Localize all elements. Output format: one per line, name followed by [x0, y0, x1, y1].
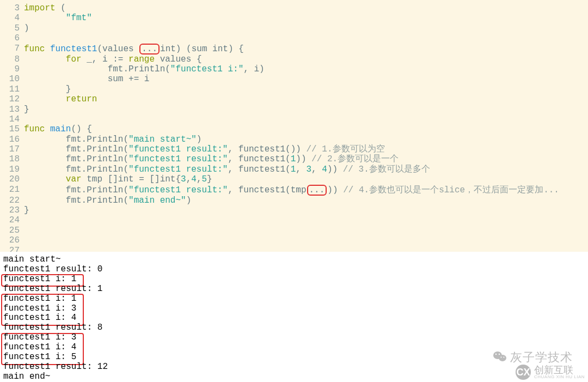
code-line: 26 [0, 235, 588, 245]
output-line: main end~ [3, 372, 585, 382]
code-line: 11 } [0, 84, 588, 94]
code-line: 7func functest1(values ...int) (sum int)… [0, 44, 588, 54]
code-line: 17 fmt.Println("functest1 result:", func… [0, 144, 588, 154]
line-number: 25 [0, 226, 24, 235]
line-number: 4 [0, 13, 24, 23]
code-source: func main() { [24, 124, 92, 134]
wechat-icon [493, 350, 507, 366]
svg-point-3 [499, 354, 500, 355]
code-source: fmt.Println("main end~") [24, 196, 191, 205]
output-line: functest1 i: 4 [3, 313, 585, 323]
code-source: } [24, 205, 29, 215]
code-source: var tmp []int = []int{3,4,5} [24, 174, 212, 184]
output-line: functest1 result: 0 [3, 265, 585, 275]
code-line: 16 fmt.Println("main start~") [0, 135, 588, 144]
line-number: 20 [0, 174, 24, 184]
line-number: 14 [0, 114, 24, 124]
code-line: 22 fmt.Println("main end~") [0, 196, 588, 205]
code-source: fmt.Println("functest1 result:", functes… [24, 185, 559, 196]
line-number: 11 [0, 84, 24, 94]
line-number: 10 [0, 74, 24, 84]
code-source: import ( [24, 3, 66, 13]
output-line: functest1 result: 1 [3, 284, 585, 294]
line-number: 22 [0, 196, 24, 205]
line-number: 18 [0, 154, 24, 164]
code-editor-pane: 3import (4 "fmt"5)67func functest1(value… [0, 0, 588, 252]
brand-name: 创新互联 [534, 365, 573, 375]
code-source: fmt.Println("functest1 result:", functes… [24, 154, 399, 164]
code-line: 8 for _, i := range values { [0, 54, 588, 64]
code-line: 15func main() { [0, 124, 588, 134]
code-source: fmt.Println("functest1 i:", i) [24, 64, 265, 74]
brand-sub: CHUANG XIN HU LIAN [534, 375, 585, 379]
line-number: 12 [0, 94, 24, 104]
output-line: functest1 i: 1 [3, 275, 585, 284]
output-line: functest1 i: 3 [3, 333, 585, 343]
code-source: ) [24, 23, 29, 33]
line-number: 16 [0, 135, 24, 144]
watermark-author-text: 灰子学技术 [510, 350, 573, 364]
code-line: 20 var tmp []int = []int{3,4,5} [0, 174, 588, 184]
highlight-box: ... [307, 185, 327, 196]
line-number: 23 [0, 205, 24, 215]
output-line: functest1 i: 3 [3, 304, 585, 314]
code-line: 5) [0, 23, 588, 33]
code-line: 24 [0, 215, 588, 225]
line-number: 13 [0, 105, 24, 114]
code-source: fmt.Println("functest1 result:", functes… [24, 144, 385, 154]
code-line: 4 "fmt" [0, 13, 588, 23]
code-line: 6 [0, 33, 588, 43]
code-line: 19 fmt.Println("functest1 result:", func… [0, 165, 588, 174]
line-number: 7 [0, 44, 24, 54]
svg-point-2 [495, 354, 497, 355]
line-number: 9 [0, 64, 24, 74]
highlight-box: ... [139, 44, 160, 54]
output-line: main start~ [3, 255, 585, 265]
line-number: 24 [0, 215, 24, 225]
line-number: 8 [0, 54, 24, 64]
terminal-output-pane: main start~functest1 result: 0functest1 … [0, 252, 588, 382]
code-line: 14 [0, 114, 588, 124]
code-source: for _, i := range values { [24, 54, 201, 64]
line-number: 5 [0, 23, 24, 33]
output-line: functest1 result: 8 [3, 323, 585, 333]
code-source: fmt.Println("functest1 result:", functes… [24, 165, 430, 174]
watermark-brand: CX 创新互联 CHUANG XIN HU LIAN [516, 365, 585, 380]
line-number: 21 [0, 185, 24, 196]
code-line: 3import ( [0, 3, 588, 13]
code-source: "fmt" [24, 13, 92, 23]
code-source: } [24, 84, 71, 94]
line-number: 19 [0, 165, 24, 174]
line-number: 26 [0, 235, 24, 245]
svg-point-4 [501, 357, 502, 358]
code-line: 21 fmt.Println("functest1 result:", func… [0, 185, 588, 196]
code-line: 13} [0, 105, 588, 114]
line-number: 6 [0, 33, 24, 43]
code-line: 25 [0, 226, 588, 235]
watermark-author: 灰子学技术 [493, 350, 573, 366]
code-source: return [24, 94, 97, 104]
line-number: 15 [0, 124, 24, 134]
code-line: 12 return [0, 94, 588, 104]
line-number: 3 [0, 3, 24, 13]
code-source: sum += i [24, 74, 149, 84]
code-line: 9 fmt.Println("functest1 i:", i) [0, 64, 588, 74]
code-source: } [24, 105, 29, 114]
brand-logo-icon: CX [516, 365, 531, 380]
svg-point-1 [499, 355, 506, 361]
code-line: 18 fmt.Println("functest1 result:", func… [0, 154, 588, 164]
output-line: functest1 i: 1 [3, 294, 585, 304]
code-source: func functest1(values ...int) (sum int) … [24, 44, 244, 54]
svg-point-5 [504, 357, 505, 358]
code-line: 10 sum += i [0, 74, 588, 84]
line-number: 17 [0, 144, 24, 154]
code-line: 23} [0, 205, 588, 215]
code-source: fmt.Println("main start~") [24, 135, 201, 144]
